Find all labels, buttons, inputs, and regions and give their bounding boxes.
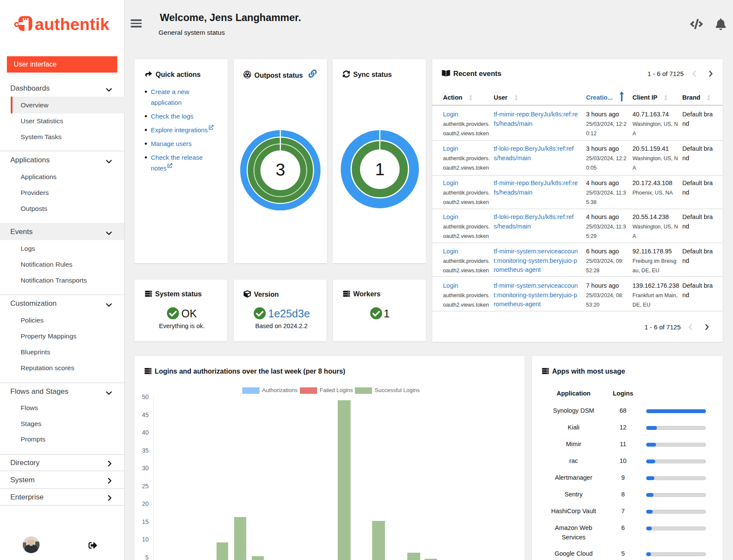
svg-text:1: 1 <box>375 160 385 179</box>
svg-text:3: 3 <box>275 160 285 179</box>
svg-text:authentik: authentik <box>35 15 110 33</box>
